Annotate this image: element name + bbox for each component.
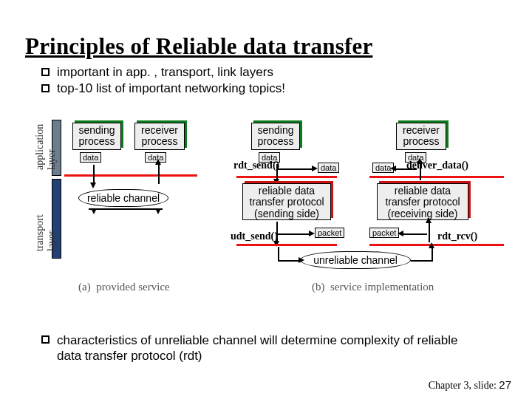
- bullet-2: top-10 list of important networking topi…: [41, 81, 285, 96]
- arrow-line: [429, 222, 430, 242]
- fn-udt-send: udt_send(): [231, 231, 278, 242]
- arrowhead-icon: [155, 208, 161, 214]
- fn-rdt-rcv: rdt_rcv(): [437, 231, 477, 242]
- box-receiver-process-b: receiver process: [396, 123, 446, 150]
- arrowhead-icon: [398, 231, 403, 236]
- box-packet-1: packet: [315, 228, 344, 238]
- arrowhead-icon: [155, 159, 161, 165]
- arrow-line: [432, 247, 433, 262]
- arrow-line: [158, 165, 160, 184]
- arrowhead-icon: [312, 166, 318, 171]
- box-sending-process-b: sending process: [251, 123, 300, 150]
- caption-b: (b) service implementation: [312, 281, 434, 293]
- arrow-line: [402, 233, 427, 235]
- box-data-a1: data: [80, 152, 101, 163]
- diagram: application layer transport layer sendin…: [22, 109, 510, 316]
- bullet-text: important in app. , transport, link laye…: [57, 65, 273, 80]
- arrowhead-icon: [429, 242, 434, 248]
- arrow-line: [276, 222, 278, 242]
- label-transport-layer: transport layer: [34, 214, 58, 251]
- unreliable-channel: unreliable channel: [300, 251, 411, 269]
- layer-divider-b4: [369, 244, 504, 246]
- arrowhead-icon: [417, 158, 423, 164]
- bullet-text: characteristics of unreliable channel wi…: [57, 332, 485, 364]
- layer-divider-a: [64, 174, 197, 177]
- fn-rdt-send: rdt_send(): [233, 160, 279, 171]
- box-sending-process: sending process: [72, 123, 121, 150]
- bullet-3: characteristics of unreliable channel wi…: [41, 332, 485, 364]
- layer-divider-b2: [369, 176, 504, 178]
- bullet-icon: [41, 335, 50, 344]
- label-app-layer: application layer: [34, 124, 58, 170]
- caption-a: (a) provided service: [78, 281, 170, 293]
- arrow-line: [278, 168, 313, 170]
- arrow-line: [278, 260, 300, 262]
- layer-divider-b3: [236, 244, 337, 246]
- box-receiver-process: receiver process: [134, 123, 185, 150]
- bullet-icon: [41, 68, 50, 76]
- arrowhead-icon: [390, 166, 396, 171]
- footer-page: 27: [499, 378, 511, 391]
- arrow-line: [395, 168, 417, 170]
- reliable-channel: reliable channel: [78, 189, 168, 207]
- arrow-line: [278, 233, 310, 235]
- arrow-line: [93, 165, 95, 184]
- arrow-line: [420, 164, 421, 180]
- arrowhead-icon: [90, 183, 96, 188]
- box-data-b3: data: [318, 163, 339, 173]
- slide-title: Principles of Reliable data transfer: [25, 33, 372, 60]
- arrowhead-icon: [309, 231, 315, 236]
- bullet-text: top-10 list of important networking topi…: [57, 81, 285, 96]
- arrowhead-icon: [426, 217, 432, 223]
- box-proto-recv: reliable data transfer protocol (receivi…: [377, 183, 468, 220]
- arrow-line: [276, 164, 278, 180]
- footer-chapter: Chapter 3, slide:: [429, 380, 497, 391]
- slide-footer: Chapter 3, slide: 27: [429, 378, 511, 392]
- arrowhead-icon: [299, 257, 304, 263]
- bullet-icon: [41, 84, 50, 92]
- box-packet-2: packet: [369, 228, 399, 238]
- arrow-line: [278, 247, 279, 262]
- box-proto-send: reliable data transfer protocol (sending…: [242, 183, 331, 220]
- channel-bottom-line: [89, 208, 163, 210]
- arrow-line: [411, 260, 433, 262]
- layer-divider-b1: [236, 176, 337, 178]
- bullet-1: important in app. , transport, link laye…: [41, 65, 273, 80]
- arrowhead-icon: [91, 208, 97, 214]
